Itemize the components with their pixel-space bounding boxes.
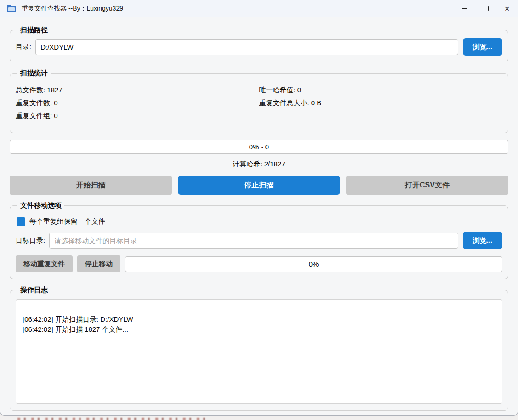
stat-duplicate-files: 重复文件数: 0 xyxy=(16,99,259,108)
status-text: 计算哈希: 2/1827 xyxy=(0,160,518,169)
log-group: 操作日志 [06:42:02] 开始扫描目录: D:/XDYLW [06:42:… xyxy=(10,286,508,411)
stat-unique-hashes: 唯一哈希值: 0 xyxy=(259,86,503,95)
keep-one-label: 每个重复组保留一个文件 xyxy=(29,217,105,226)
scan-path-group-title: 扫描路径 xyxy=(17,26,51,34)
maximize-button[interactable] xyxy=(475,0,496,17)
move-progress-bar: 0% xyxy=(125,256,502,272)
browse-target-directory-button[interactable]: 浏览... xyxy=(463,232,502,249)
move-duplicates-button[interactable]: 移动重复文件 xyxy=(16,255,73,272)
start-scan-button[interactable]: 开始扫描 xyxy=(10,176,172,195)
stop-move-button[interactable]: 停止移动 xyxy=(77,255,120,272)
target-directory-input[interactable] xyxy=(49,233,458,249)
scan-directory-input[interactable] xyxy=(35,39,458,55)
stat-duplicate-total-size: 重复文件总大小: 0 B xyxy=(259,99,503,108)
maximize-icon xyxy=(484,6,489,11)
scan-stats-group: 扫描统计 总文件数: 1827 重复文件数: 0 重复文件组: 0 唯一哈希值:… xyxy=(10,69,508,133)
scan-stats-group-title: 扫描统计 xyxy=(17,69,51,78)
desktop-background-sliver xyxy=(0,416,518,420)
scan-path-group: 扫描路径 目录: 浏览... xyxy=(10,26,508,62)
log-textarea[interactable]: [06:42:02] 开始扫描目录: D:/XDYLW [06:42:02] 开… xyxy=(16,299,502,404)
stats-right-column: 唯一哈希值: 0 重复文件总大小: 0 B xyxy=(259,82,503,125)
minimize-button[interactable] xyxy=(454,0,475,17)
stat-duplicate-groups: 重复文件组: 0 xyxy=(16,112,259,120)
stats-left-column: 总文件数: 1827 重复文件数: 0 重复文件组: 0 xyxy=(16,82,259,125)
directory-label: 目录: xyxy=(16,43,31,51)
scan-progress-text: 0% - 0 xyxy=(249,143,269,151)
log-line: [06:42:02] 开始扫描 1827 个文件... xyxy=(23,324,495,335)
window-title: 重复文件查找器 --By：Luxingyu329 xyxy=(22,5,123,13)
close-icon: ✕ xyxy=(504,6,510,12)
background-content-peek xyxy=(17,418,211,420)
stop-scan-button[interactable]: 停止扫描 xyxy=(178,176,340,195)
open-csv-button[interactable]: 打开CSV文件 xyxy=(346,176,508,195)
app-body: 扫描路径 目录: 浏览... 扫描统计 总文件数: 1827 重复文件数: 0 … xyxy=(0,17,518,411)
app-folder-icon xyxy=(7,5,17,13)
window-controls: ✕ xyxy=(454,0,518,17)
stat-total-files: 总文件数: 1827 xyxy=(16,86,259,95)
close-button[interactable]: ✕ xyxy=(496,0,518,17)
move-options-group: 文件移动选项 每个重复组保留一个文件 目标目录: 浏览... 移动重复文件 停止… xyxy=(10,201,508,279)
scan-progress-bar: 0% - 0 xyxy=(10,140,508,154)
log-line: [06:42:02] 开始扫描目录: D:/XDYLW xyxy=(23,314,495,324)
titlebar: 重复文件查找器 --By：Luxingyu329 ✕ xyxy=(0,0,518,17)
keep-one-checkbox[interactable] xyxy=(17,217,25,226)
log-group-title: 操作日志 xyxy=(17,286,51,295)
browse-scan-directory-button[interactable]: 浏览... xyxy=(463,38,502,56)
minimize-icon xyxy=(462,8,467,9)
move-progress-text: 0% xyxy=(309,260,319,268)
main-actions: 开始扫描 停止扫描 打开CSV文件 xyxy=(10,176,508,195)
app-window: 重复文件查找器 --By：Luxingyu329 ✕ 扫描路径 目录: 浏览..… xyxy=(0,0,518,416)
move-options-group-title: 文件移动选项 xyxy=(17,201,64,210)
target-directory-label: 目标目录: xyxy=(16,236,45,245)
